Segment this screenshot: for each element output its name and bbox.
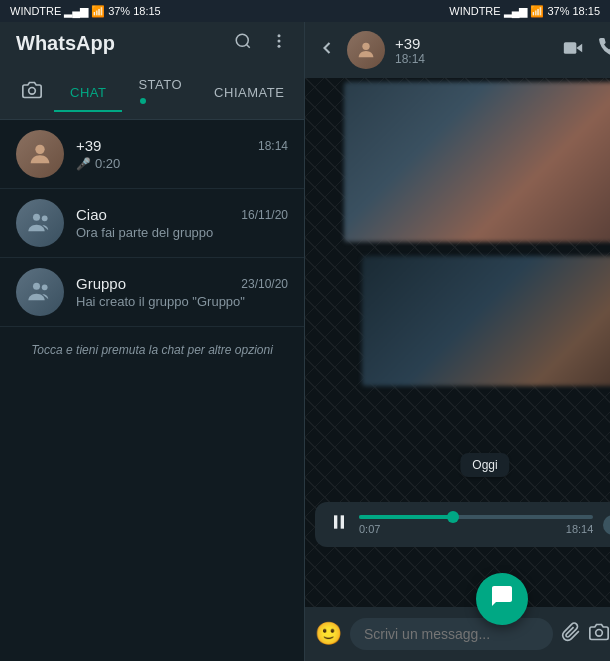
svg-rect-17 [334, 515, 337, 528]
chat-info-1: +39 18:14 🎤 0:20 [76, 137, 288, 171]
tabs: CHAT STATO CHIAMATE [0, 65, 304, 120]
wifi-icon: 📶 [91, 5, 105, 18]
right-contact-status: 18:14 [395, 52, 553, 66]
back-button[interactable] [317, 38, 337, 63]
date-badge: Oggi [460, 453, 509, 477]
svg-point-9 [33, 283, 40, 290]
total-time: 18:14 [566, 523, 594, 535]
current-time: 0:07 [359, 523, 380, 535]
avatar-3 [16, 268, 64, 316]
right-contact-avatar[interactable] [347, 31, 385, 69]
status-right: WINDTRE ▂▄▆ 📶 37% 18:15 [449, 5, 600, 18]
camera-input-button[interactable] [589, 622, 609, 647]
chat-time-2: 16/11/20 [241, 208, 288, 222]
svg-point-6 [35, 145, 44, 154]
left-header: WhatsApp [0, 22, 304, 65]
left-carrier: WINDTRE [10, 5, 61, 17]
right-battery: 37% [547, 5, 569, 17]
svg-point-19 [596, 629, 603, 636]
chat-top-3: Gruppo 23/10/20 [76, 275, 288, 292]
svg-point-10 [42, 284, 48, 290]
blurred-image-1 [344, 82, 610, 242]
right-header-icons [563, 38, 610, 63]
chat-top-1: +39 18:14 [76, 137, 288, 154]
left-panel: WhatsApp [0, 22, 305, 661]
chat-item-1[interactable]: +39 18:14 🎤 0:20 [0, 120, 304, 189]
svg-line-1 [246, 44, 249, 47]
chat-item-3[interactable]: Gruppo 23/10/20 Hai creato il gruppo "Gr… [0, 258, 304, 327]
date-badge-container: Oggi [460, 453, 509, 477]
chat-fab-icon [490, 584, 514, 614]
chat-name-3: Gruppo [76, 275, 126, 292]
left-battery: 37% [108, 5, 130, 17]
chat-item-2[interactable]: Ciao 16/11/20 Ora fai parte del gruppo [0, 189, 304, 258]
svg-point-3 [278, 40, 281, 43]
app-title: WhatsApp [16, 32, 115, 55]
svg-point-2 [278, 34, 281, 37]
audio-progress-container: 0:07 18:14 [359, 515, 593, 535]
speed-badge[interactable]: 1,5× [603, 515, 610, 535]
message-input[interactable] [350, 618, 553, 650]
right-panel: +39 18:14 [305, 22, 610, 661]
voice-call-icon[interactable] [599, 38, 610, 63]
svg-rect-13 [564, 42, 577, 54]
mic-preview-icon: 🎤 [76, 157, 91, 171]
svg-point-8 [42, 215, 48, 221]
chat-background: Oggi 0:07 18:14 [305, 78, 610, 607]
chat-list: +39 18:14 🎤 0:20 [0, 120, 304, 593]
chat-preview-1: 🎤 0:20 [76, 156, 288, 171]
chat-info-2: Ciao 16/11/20 Ora fai parte del gruppo [76, 206, 288, 240]
audio-progress-fill [359, 515, 453, 519]
status-bar: WINDTRE ▂▄▆ 📶 37% 18:15 WINDTRE ▂▄▆ 📶 37… [0, 0, 610, 22]
hint-text: Tocca e tieni premuta la chat per altre … [0, 327, 304, 373]
right-signal-icon: ▂▄▆ [504, 5, 528, 18]
chat-name-2: Ciao [76, 206, 107, 223]
tab-stato[interactable]: STATO [122, 65, 198, 119]
svg-point-4 [278, 45, 281, 48]
svg-point-0 [236, 34, 248, 46]
header-icons [234, 32, 288, 55]
pause-button[interactable] [329, 512, 349, 537]
main-container: WhatsApp [0, 22, 610, 661]
menu-icon[interactable] [270, 32, 288, 55]
chat-name-1: +39 [76, 137, 101, 154]
avatar-2 [16, 199, 64, 247]
svg-marker-12 [576, 43, 582, 51]
signal-icon: ▂▄▆ [64, 5, 88, 18]
svg-point-5 [29, 87, 36, 94]
video-call-icon[interactable] [563, 38, 583, 63]
chat-preview-2: Ora fai parte del gruppo [76, 225, 288, 240]
right-header: +39 18:14 [305, 22, 610, 78]
camera-tab-icon[interactable] [10, 70, 54, 115]
chat-info-3: Gruppo 23/10/20 Hai creato il gruppo "Gr… [76, 275, 288, 309]
chat-time-1: 18:14 [258, 139, 288, 153]
right-time: 18:15 [572, 5, 600, 17]
svg-rect-18 [341, 515, 344, 528]
right-contact-info: +39 18:14 [395, 35, 553, 66]
chat-time-3: 23/10/20 [241, 277, 288, 291]
left-time: 18:15 [133, 5, 161, 17]
blurred-image-2 [362, 256, 610, 386]
right-contact-name: +39 [395, 35, 553, 52]
progress-times: 0:07 18:14 [359, 523, 593, 535]
audio-progress-bar[interactable] [359, 515, 593, 519]
audio-message-bar: 0:07 18:14 1,5× [315, 502, 610, 547]
message-input-bar: 🙂 [305, 607, 610, 661]
new-chat-fab[interactable] [476, 573, 528, 625]
tab-chat[interactable]: CHAT [54, 73, 122, 112]
tab-chiamate[interactable]: CHIAMATE [198, 73, 300, 112]
search-icon[interactable] [234, 32, 252, 55]
chat-top-2: Ciao 16/11/20 [76, 206, 288, 223]
avatar-1 [16, 130, 64, 178]
chat-preview-3: Hai creato il gruppo "Gruppo" [76, 294, 288, 309]
svg-point-7 [33, 214, 40, 221]
emoji-button[interactable]: 🙂 [315, 621, 342, 647]
bluetooth-icon: 📶 [530, 5, 544, 18]
stato-dot [140, 98, 146, 104]
attach-button[interactable] [561, 622, 581, 647]
svg-point-11 [362, 43, 369, 50]
audio-progress-thumb [447, 511, 459, 523]
status-left: WINDTRE ▂▄▆ 📶 37% 18:15 [10, 5, 161, 18]
right-carrier: WINDTRE [449, 5, 500, 17]
